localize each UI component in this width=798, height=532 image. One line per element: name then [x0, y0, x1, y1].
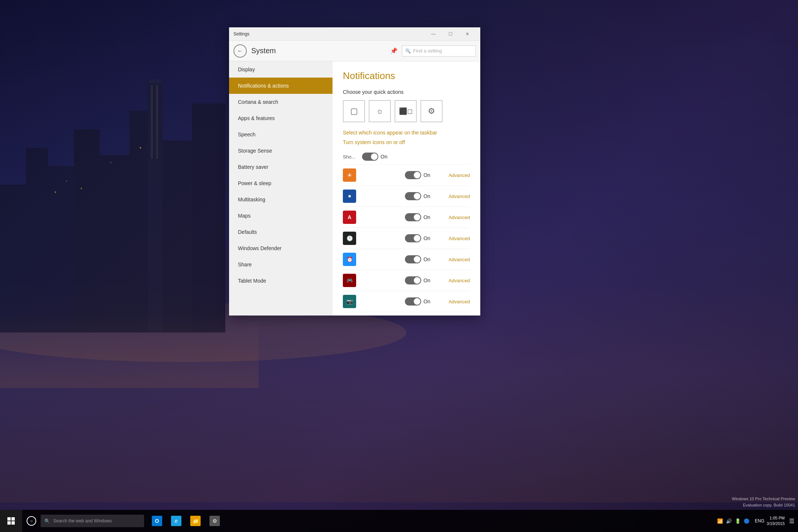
settings-taskbar-icon: ⚙: [209, 516, 220, 526]
start-button[interactable]: [0, 510, 22, 532]
toggle-track-7[interactable]: [405, 297, 421, 306]
taskbar-app-settings[interactable]: ⚙: [205, 510, 224, 532]
taskbar-clock[interactable]: 1:05 PM 3/19/2015: [767, 515, 787, 527]
system-icons-link[interactable]: Turn system icons on or off: [343, 139, 470, 145]
sidebar-item-power-sleep[interactable]: Power & sleep: [229, 175, 332, 191]
taskbar-search-icon: 🔍: [44, 518, 50, 524]
toggle-6[interactable]: On: [405, 276, 432, 284]
toggle-thumb-7: [414, 298, 420, 305]
svg-rect-18: [156, 85, 158, 159]
toggle-5[interactable]: On: [405, 255, 432, 263]
taskbar-app-outlook[interactable]: O: [148, 510, 166, 532]
toggle-track-3[interactable]: [405, 213, 421, 221]
toggle-thumb: [371, 153, 378, 160]
show-prefix-label: Sho...: [343, 154, 358, 160]
explorer-icon: 📁: [190, 516, 201, 526]
sidebar-item-windows-defender[interactable]: Windows Defender: [229, 240, 332, 256]
sidebar-item-battery-saver[interactable]: Battery saver: [229, 159, 332, 175]
notifications-title: Notifications: [343, 70, 470, 82]
sidebar-item-apps-features[interactable]: Apps & features: [229, 110, 332, 126]
toggle-notifications[interactable]: On: [362, 153, 389, 161]
app-icon-glyph-5: ⏰: [347, 256, 353, 262]
sidebar-item-notifications[interactable]: Notifications & actions: [229, 78, 332, 94]
quick-action-project[interactable]: ⬛◻: [395, 100, 417, 122]
taskbar: ○ 🔍 Search the web and Windows O e 📁 ⚙ 📶…: [0, 510, 798, 532]
back-button[interactable]: ←: [233, 44, 247, 58]
sidebar-label-speech: Speech: [238, 132, 255, 137]
svg-point-11: [66, 181, 67, 182]
header-bar: ← System 📌 🔍 Find a setting: [229, 41, 480, 61]
advanced-link-7[interactable]: Advanced: [449, 299, 470, 304]
action-center-icon: ▢: [350, 106, 358, 116]
toggle-row-show-notifications: Sho... On: [343, 149, 470, 165]
app-icon-glyph-2: ■: [348, 194, 351, 199]
toggle-track[interactable]: [362, 153, 378, 161]
toggle-4[interactable]: On: [405, 234, 432, 242]
app-icon-2: ■: [343, 190, 356, 203]
project-icon: ⬛◻: [399, 107, 413, 115]
toggle-state-2: On: [423, 193, 432, 199]
sidebar-item-defaults[interactable]: Defaults: [229, 224, 332, 240]
toggle-2[interactable]: On: [405, 192, 432, 200]
toggle-track-5[interactable]: [405, 255, 421, 263]
sidebar-item-cortana[interactable]: Cortana & search: [229, 94, 332, 110]
svg-rect-9: [192, 103, 225, 332]
advanced-link-4[interactable]: Advanced: [449, 236, 470, 241]
taskbar-app-ie[interactable]: e: [167, 510, 185, 532]
battery-icon[interactable]: 🔋: [735, 518, 741, 524]
toggle-track-4[interactable]: [405, 234, 421, 242]
advanced-link-1[interactable]: Advanced: [449, 173, 470, 178]
advanced-link-5[interactable]: Advanced: [449, 257, 470, 262]
bluetooth-icon[interactable]: 🔵: [744, 518, 750, 524]
clock-date: 3/19/2015: [767, 521, 785, 526]
svg-rect-17: [151, 85, 153, 159]
action-center-button[interactable]: ☰: [789, 518, 794, 525]
content-area: Display Notifications & actions Cortana …: [229, 61, 480, 316]
watermark-line2: Evaluation copy. Build 10041: [732, 502, 795, 508]
toggle-7[interactable]: On: [405, 297, 432, 306]
language-indicator[interactable]: ENG: [755, 518, 764, 524]
system-tray: 📶 🔊 🔋 🔵: [714, 518, 753, 524]
toggle-state-1: On: [423, 172, 432, 178]
volume-icon[interactable]: 🔊: [726, 518, 732, 524]
pin-icon[interactable]: 📌: [390, 47, 398, 54]
cortana-button[interactable]: ○: [22, 510, 41, 532]
quick-action-action-center[interactable]: ▢: [343, 100, 365, 122]
search-box[interactable]: 🔍 Find a setting: [402, 45, 476, 57]
toggle-row-5: ⏰ On Advanced: [343, 249, 470, 270]
advanced-link-6[interactable]: Advanced: [449, 278, 470, 283]
sidebar-label-power-sleep: Power & sleep: [238, 180, 271, 186]
toggle-row-7: 📷 On Advanced: [343, 291, 470, 312]
close-button[interactable]: ✕: [459, 27, 476, 41]
sidebar-item-storage-sense[interactable]: Storage Sense: [229, 143, 332, 159]
toggle-track-6[interactable]: [405, 276, 421, 284]
maximize-button[interactable]: ☐: [442, 27, 459, 41]
titlebar-controls: — ☐ ✕: [425, 27, 476, 41]
sidebar-item-display[interactable]: Display: [229, 61, 332, 78]
sidebar-item-multitasking[interactable]: Multitasking: [229, 191, 332, 208]
toggle-track-1[interactable]: [405, 171, 421, 179]
taskbar-app-explorer[interactable]: 📁: [186, 510, 205, 532]
toggle-track-2[interactable]: [405, 192, 421, 200]
toggle-thumb-4: [414, 235, 420, 242]
cortana-icon: ○: [27, 516, 36, 526]
advanced-link-3[interactable]: Advanced: [449, 215, 470, 220]
toggle-3[interactable]: On: [405, 213, 432, 221]
sidebar-item-tablet-mode[interactable]: Tablet Mode: [229, 273, 332, 289]
sidebar-item-share[interactable]: Share: [229, 256, 332, 273]
quick-action-brightness[interactable]: ☼: [369, 100, 391, 122]
toggle-1[interactable]: On: [405, 171, 432, 179]
network-icon[interactable]: 📶: [717, 518, 723, 524]
taskbar-search[interactable]: 🔍 Search the web and Windows: [41, 515, 144, 527]
sidebar-item-maps[interactable]: Maps: [229, 208, 332, 224]
quick-action-settings[interactable]: ⚙: [420, 100, 443, 122]
minimize-button[interactable]: —: [425, 27, 442, 41]
sidebar-item-speech[interactable]: Speech: [229, 126, 332, 143]
taskbar-right: 📶 🔊 🔋 🔵 ENG 1:05 PM 3/19/2015 ☰: [714, 515, 798, 527]
advanced-link-2[interactable]: Advanced: [449, 194, 470, 199]
taskbar-icons-link[interactable]: Select which icons appear on the taskbar: [343, 130, 470, 136]
toggle-row-4: 🕐 On Advanced: [343, 228, 470, 249]
brightness-icon: ☼: [376, 106, 383, 116]
toggle-state-6: On: [423, 277, 432, 283]
sidebar-label-tablet-mode: Tablet Mode: [238, 278, 266, 284]
